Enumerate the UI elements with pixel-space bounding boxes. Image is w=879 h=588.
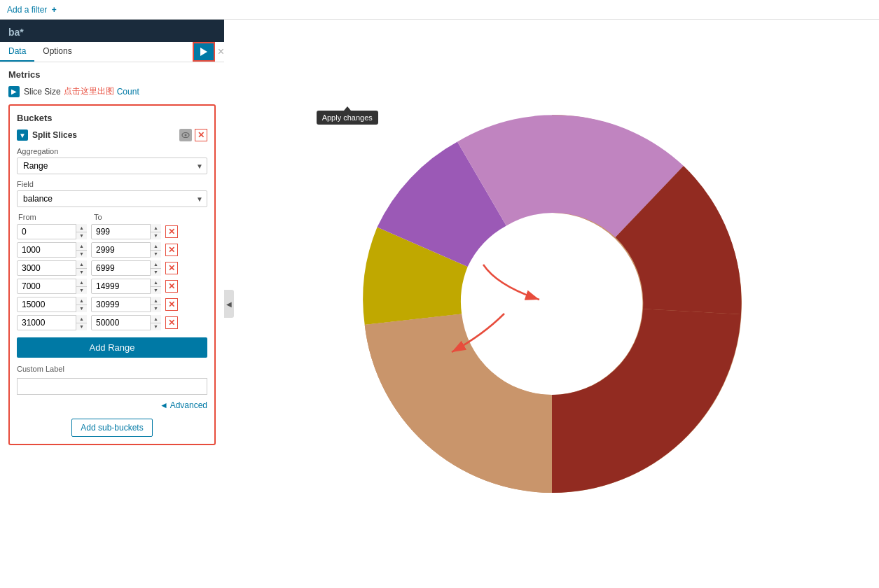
aggregation-select[interactable]: Range Date Histogram Date Range Filters …: [17, 158, 207, 174]
metric-slice-size-label: Slice Size: [24, 87, 61, 97]
remove-range-button[interactable]: ✕: [165, 225, 178, 238]
right-chart-area: [224, 20, 879, 588]
range-from-spinners: ▲ ▼: [76, 315, 87, 330]
tabs-right: Apply changes ×: [193, 42, 224, 62]
remove-range-button[interactable]: ✕: [165, 316, 178, 329]
range-to-spin-up[interactable]: ▲: [151, 297, 161, 305]
range-from-spin-down[interactable]: ▼: [76, 232, 87, 240]
range-to-spin-up[interactable]: ▲: [151, 279, 161, 287]
add-filter-label: Add a filter: [7, 5, 47, 15]
bucket-expand-icon[interactable]: ▼: [17, 130, 28, 141]
range-to-spin-up[interactable]: ▲: [151, 315, 161, 323]
metric-expand-icon[interactable]: ▶: [8, 86, 20, 97]
split-slices-label: Split Slices: [32, 130, 77, 140]
field-select-wrapper: balance account_number age ▼: [17, 190, 207, 207]
range-from-spin-down[interactable]: ▼: [76, 251, 87, 258]
remove-range-button[interactable]: ✕: [165, 244, 178, 256]
range-to-wrap: ▲ ▼: [91, 279, 161, 294]
range-to-wrap: ▲ ▼: [91, 260, 161, 276]
range-from-wrap: ▲ ▼: [17, 224, 87, 239]
range-row: ▲ ▼ ▲ ▼ ✕: [17, 315, 207, 330]
range-row: ▲ ▼ ▲ ▼ ✕: [17, 224, 207, 239]
metrics-section-title: Metrics: [8, 69, 216, 80]
range-from-spinners: ▲ ▼: [76, 224, 87, 239]
range-to-spinners: ▲ ▼: [150, 224, 161, 239]
to-header: To: [94, 213, 164, 221]
range-from-spin-down[interactable]: ▼: [76, 305, 87, 313]
add-range-button[interactable]: Add Range: [17, 337, 207, 358]
remove-bucket-button[interactable]: ✕: [195, 129, 207, 141]
range-to-spin-down[interactable]: ▼: [151, 232, 161, 240]
metric-count-label: Count: [117, 87, 139, 97]
range-from-spin-up[interactable]: ▲: [76, 315, 87, 323]
collapse-icon: ◀: [226, 300, 232, 308]
panel-title-bar: ba*: [0, 20, 224, 42]
bucket-header: ▼ Split Slices ✕: [17, 129, 207, 141]
range-from-spin-up[interactable]: ▲: [76, 297, 87, 305]
range-to-spin-up[interactable]: ▲: [151, 260, 161, 269]
apply-changes-tooltip: Apply changes: [317, 111, 378, 125]
from-header: From: [18, 213, 88, 221]
add-sub-buckets-button[interactable]: Add sub-buckets: [71, 419, 152, 437]
range-to-spin-down[interactable]: ▼: [151, 269, 161, 276]
apply-changes-button[interactable]: Apply changes: [193, 42, 215, 62]
field-select[interactable]: balance account_number age: [17, 190, 207, 207]
aggregation-label: Aggregation: [17, 147, 207, 155]
range-to-wrap: ▲ ▼: [91, 242, 161, 258]
tab-data[interactable]: Data: [0, 42, 34, 62]
metric-row-slice-size: ▶ Slice Size 点击这里出图 Count: [8, 85, 216, 97]
range-to-spinners: ▲ ▼: [150, 279, 161, 294]
range-rows-container: ▲ ▼ ▲ ▼ ✕ ▲ ▼: [17, 224, 207, 330]
range-to-spinners: ▲ ▼: [150, 260, 161, 276]
donut-segment-0b: [364, 314, 551, 493]
range-from-spin-up[interactable]: ▲: [76, 242, 87, 251]
range-to-spin-up[interactable]: ▲: [151, 242, 161, 251]
buckets-section: Buckets ▼ Split Slices ✕: [8, 104, 216, 445]
metric-annotation: 点击这里出图: [64, 85, 114, 97]
range-from-wrap: ▲ ▼: [17, 279, 87, 294]
advanced-link[interactable]: ◄ Advanced: [17, 400, 207, 410]
range-from-spin-up[interactable]: ▲: [76, 224, 87, 232]
range-from-wrap: ▲ ▼: [17, 260, 87, 276]
tabs-left: Data Options: [0, 42, 193, 62]
range-from-spinners: ▲ ▼: [76, 297, 87, 312]
range-row: ▲ ▼ ▲ ▼ ✕: [17, 297, 207, 312]
range-to-spin-down[interactable]: ▼: [151, 251, 161, 258]
close-panel-button[interactable]: ×: [218, 46, 224, 58]
range-to-wrap: ▲ ▼: [91, 297, 161, 312]
range-to-spinners: ▲ ▼: [150, 315, 161, 330]
bucket-controls: ✕: [179, 129, 207, 141]
custom-label-section: Custom Label: [17, 365, 207, 395]
tabs-row: Data Options Apply changes ×: [0, 42, 224, 62]
range-to-spin-up[interactable]: ▲: [151, 224, 161, 232]
buckets-section-title: Buckets: [17, 113, 207, 123]
range-row: ▲ ▼ ▲ ▼ ✕: [17, 260, 207, 276]
main-layout: ba* Data Options Apply changes ×: [0, 20, 879, 588]
range-from-spin-down[interactable]: ▼: [76, 323, 87, 331]
range-to-spin-down[interactable]: ▼: [151, 305, 161, 313]
toggle-visibility-button[interactable]: [179, 129, 192, 141]
range-to-spin-down[interactable]: ▼: [151, 323, 161, 331]
remove-range-button[interactable]: ✕: [165, 280, 178, 293]
range-from-spin-up[interactable]: ▲: [76, 260, 87, 269]
remove-range-button[interactable]: ✕: [165, 262, 178, 274]
panel-content: Metrics ▶ Slice Size 点击这里出图 Count Bucket…: [0, 62, 224, 588]
custom-label-input[interactable]: [17, 378, 207, 395]
range-from-wrap: ▲ ▼: [17, 297, 87, 312]
range-to-wrap: ▲ ▼: [91, 315, 161, 330]
field-group: Field balance account_number age ▼: [17, 180, 207, 207]
svg-point-1: [185, 134, 187, 136]
range-from-spin-down[interactable]: ▼: [76, 269, 87, 276]
range-from-spinners: ▲ ▼: [76, 242, 87, 258]
range-to-wrap: ▲ ▼: [91, 224, 161, 239]
tab-options[interactable]: Options: [34, 42, 80, 62]
left-panel: ba* Data Options Apply changes ×: [0, 20, 224, 588]
remove-range-button[interactable]: ✕: [165, 298, 178, 311]
range-from-wrap: ▲ ▼: [17, 315, 87, 330]
range-from-spin-down[interactable]: ▼: [76, 287, 87, 295]
range-to-spin-down[interactable]: ▼: [151, 287, 161, 295]
panel-title: ba*: [8, 27, 24, 38]
range-from-spin-up[interactable]: ▲: [76, 279, 87, 287]
collapse-panel-handle[interactable]: ◀: [224, 290, 234, 318]
add-filter-link[interactable]: Add a filter +: [7, 5, 57, 15]
